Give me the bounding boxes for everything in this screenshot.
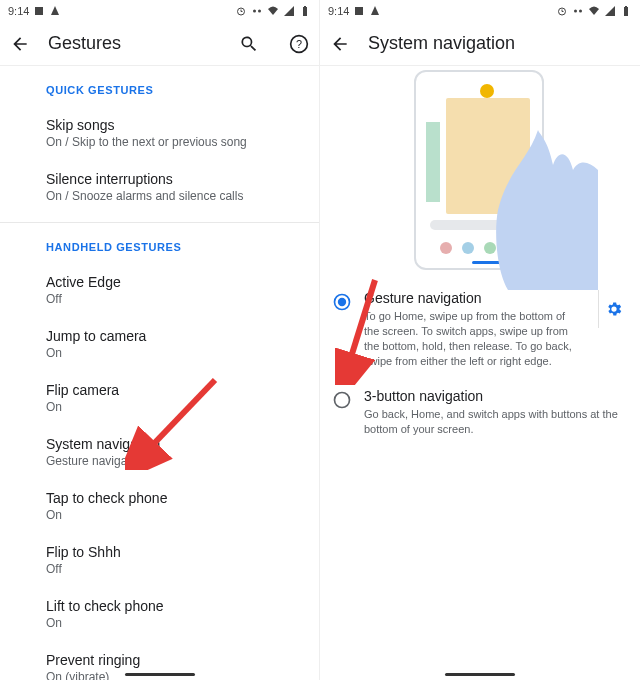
app-bar: System navigation	[320, 22, 640, 66]
status-time: 9:14	[328, 5, 349, 17]
radio-unselected-icon[interactable]	[332, 390, 352, 410]
notif-icon	[369, 5, 381, 17]
item-system-navigation[interactable]: System navigation Gesture navigation	[0, 425, 319, 479]
status-time: 9:14	[8, 5, 29, 17]
svg-rect-13	[625, 6, 627, 7]
vpn-icon	[251, 5, 263, 17]
alarm-icon	[235, 5, 247, 17]
section-quick: QUICK GESTURES	[0, 66, 319, 106]
wifi-icon	[588, 5, 600, 17]
item-subtitle: On	[46, 346, 273, 360]
back-icon[interactable]	[10, 34, 30, 54]
page-title: Gestures	[48, 33, 209, 54]
item-title: Active Edge	[46, 274, 273, 290]
item-silence-interruptions[interactable]: Silence interruptions On / Snooze alarms…	[0, 160, 319, 214]
item-subtitle: Gesture navigation	[46, 454, 273, 468]
help-icon[interactable]: ?	[289, 34, 309, 54]
search-icon[interactable]	[239, 34, 259, 54]
notif-icon	[353, 5, 365, 17]
item-title: Flip to Shhh	[46, 544, 273, 560]
back-icon[interactable]	[330, 34, 350, 54]
nav-handle[interactable]	[445, 673, 515, 676]
app-bar: Gestures ?	[0, 22, 319, 66]
option-desc: Go back, Home, and switch apps with butt…	[364, 407, 620, 437]
svg-point-11	[579, 10, 582, 13]
svg-point-15	[338, 298, 346, 306]
svg-rect-8	[355, 7, 363, 15]
settings-list: QUICK GESTURES Skip songs On / Skip to t…	[0, 66, 319, 680]
option-desc: To go Home, swipe up from the bottom of …	[364, 309, 582, 368]
item-flip-to-shhh[interactable]: Flip to Shhh Off	[0, 533, 319, 587]
item-title: Lift to check phone	[46, 598, 273, 614]
radio-selected-icon[interactable]	[332, 292, 352, 312]
item-lift-to-check[interactable]: Lift to check phone On	[0, 587, 319, 641]
system-navigation-screen: 9:14 System navigation	[320, 0, 640, 680]
page-title: System navigation	[368, 33, 630, 54]
item-active-edge[interactable]: Active Edge Off	[0, 263, 319, 317]
item-title: Silence interruptions	[46, 171, 273, 187]
signal-icon	[604, 5, 616, 17]
svg-point-2	[253, 10, 256, 13]
option-gesture-navigation[interactable]: Gesture navigation To go Home, swipe up …	[320, 280, 640, 378]
notif-icon	[33, 5, 45, 17]
svg-rect-0	[35, 7, 43, 15]
item-title: Flip camera	[46, 382, 273, 398]
illustration	[380, 70, 580, 280]
option-three-button-navigation[interactable]: 3-button navigation Go back, Home, and s…	[320, 378, 640, 447]
gear-icon[interactable]	[605, 300, 623, 318]
wifi-icon	[267, 5, 279, 17]
status-bar: 9:14	[0, 0, 319, 22]
item-jump-to-camera[interactable]: Jump to camera On	[0, 317, 319, 371]
option-title: 3-button navigation	[364, 388, 620, 404]
item-subtitle: On	[46, 508, 273, 522]
item-subtitle: On	[46, 616, 273, 630]
item-tap-to-check[interactable]: Tap to check phone On	[0, 479, 319, 533]
signal-icon	[283, 5, 295, 17]
svg-point-10	[574, 10, 577, 13]
status-bar: 9:14	[320, 0, 640, 22]
svg-point-3	[258, 10, 261, 13]
option-title: Gesture navigation	[364, 290, 582, 306]
svg-point-16	[335, 393, 350, 408]
item-subtitle: On	[46, 400, 273, 414]
svg-text:?: ?	[296, 38, 302, 50]
battery-icon	[299, 5, 311, 17]
item-title: Jump to camera	[46, 328, 273, 344]
vpn-icon	[572, 5, 584, 17]
alarm-icon	[556, 5, 568, 17]
item-title: Tap to check phone	[46, 490, 273, 506]
svg-rect-4	[303, 7, 307, 16]
svg-rect-12	[624, 7, 628, 16]
section-handheld: HANDHELD GESTURES	[0, 223, 319, 263]
item-title: Skip songs	[46, 117, 273, 133]
item-subtitle: Off	[46, 562, 273, 576]
item-subtitle: Off	[46, 292, 273, 306]
item-title: Prevent ringing	[46, 652, 273, 668]
battery-icon	[620, 5, 632, 17]
svg-rect-5	[304, 6, 306, 7]
nav-handle[interactable]	[125, 673, 195, 676]
item-skip-songs[interactable]: Skip songs On / Skip to the next or prev…	[0, 106, 319, 160]
item-subtitle: On / Skip to the next or previous song	[46, 135, 273, 149]
item-subtitle: On / Snooze alarms and silence calls	[46, 189, 273, 203]
notif-icon	[49, 5, 61, 17]
item-flip-camera[interactable]: Flip camera On	[0, 371, 319, 425]
gestures-screen: 9:14 Gestures ? QUICK GESTURES Skip song…	[0, 0, 320, 680]
item-title: System navigation	[46, 436, 273, 452]
